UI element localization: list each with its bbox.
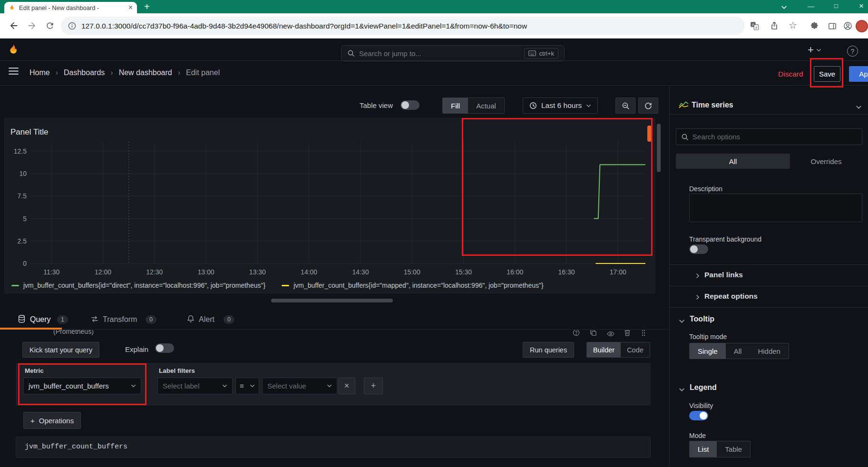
site-info-icon[interactable] <box>68 22 76 30</box>
time-range-label: Last 6 hours <box>541 101 582 110</box>
search-icon <box>347 49 355 57</box>
transparent-background-toggle[interactable] <box>689 244 708 254</box>
tab-transform[interactable]: Transform <box>103 315 137 324</box>
chart-legend: jvm_buffer_count_buffers{id="direct", in… <box>11 282 544 289</box>
legend-visibility-toggle[interactable] <box>689 411 708 420</box>
bookmark-star-icon[interactable]: ☆ <box>789 20 797 30</box>
query-row-clipped: (Prometheus) <box>0 330 669 339</box>
help-button[interactable]: ? <box>847 46 858 57</box>
apply-button[interactable]: Apply <box>849 66 868 82</box>
repeat-options-section[interactable]: Repeat options <box>704 292 758 301</box>
svg-text:15:00: 15:00 <box>404 268 420 276</box>
chevron-right-icon <box>695 272 701 281</box>
browser-avatar[interactable] <box>856 20 868 32</box>
grafana-favicon-icon <box>9 4 15 11</box>
hide-query-eye-icon[interactable] <box>607 330 614 339</box>
svg-text:14:30: 14:30 <box>352 268 369 276</box>
select-value-dropdown[interactable]: Select value <box>262 378 337 394</box>
tab-close-icon[interactable]: × <box>128 4 133 11</box>
chevron-down-icon[interactable] <box>856 104 862 112</box>
zoom-out-button[interactable] <box>615 97 635 114</box>
chevron-down-icon <box>250 383 255 389</box>
legend-series-label: jvm_buffer_count_buffers{id="direct", in… <box>23 282 265 289</box>
time-range-picker[interactable]: Last 6 hours <box>523 97 598 114</box>
options-search-input[interactable]: Search options <box>676 128 862 145</box>
tab-alert[interactable]: Alert <box>199 315 215 324</box>
new-tab-button[interactable]: + <box>144 2 150 11</box>
window-chevron-icon[interactable] <box>781 4 787 12</box>
legend-item[interactable]: jvm_buffer_count_buffers{id="direct", in… <box>11 282 265 289</box>
discard-button[interactable]: Discard <box>778 70 803 78</box>
code-option[interactable]: Code <box>621 342 650 357</box>
window-close-icon[interactable]: × <box>859 2 864 10</box>
profile-icon[interactable] <box>843 21 853 33</box>
tooltip-all-option[interactable]: All <box>726 343 750 359</box>
breadcrumb: Home › Dashboards › New dashboard › Edit… <box>29 68 220 77</box>
legend-section[interactable]: Legend <box>690 383 717 392</box>
query-help-icon[interactable] <box>573 330 580 338</box>
back-button[interactable] <box>9 20 19 33</box>
kick-start-query-button[interactable]: Kick start your query <box>22 342 99 358</box>
transform-count-badge: 0 <box>146 315 156 324</box>
translate-icon[interactable]: Aa <box>750 21 760 33</box>
operator-dropdown[interactable]: = <box>235 378 259 394</box>
browser-tab[interactable]: Edit panel - New dashboard - × <box>4 2 137 13</box>
share-icon[interactable] <box>770 20 779 32</box>
horizontal-scrollbar-thumb[interactable] <box>271 299 393 302</box>
vertical-scrollbar-thumb[interactable] <box>657 124 661 172</box>
tab-overrides[interactable]: Overrides <box>790 154 862 169</box>
legend-series-marker <box>282 285 289 286</box>
duplicate-query-icon[interactable] <box>590 330 597 338</box>
actual-option[interactable]: Actual <box>468 98 504 113</box>
forward-button[interactable] <box>27 20 37 33</box>
builder-option[interactable]: Builder <box>587 342 621 357</box>
address-bar[interactable]: 127.0.0.1:3000/d/cc7d37b0-f96a-4adb-9d48… <box>61 17 745 35</box>
tab-all[interactable]: All <box>676 154 790 169</box>
explain-toggle[interactable] <box>155 343 174 353</box>
nav-search-input[interactable]: Search or jump to... ctrl+k <box>341 45 565 61</box>
legend-list-option[interactable]: List <box>690 441 717 457</box>
breadcrumb-edit-panel: Edit panel <box>186 68 220 77</box>
svg-text:2.5: 2.5 <box>18 237 27 245</box>
svg-text:a: a <box>755 25 758 29</box>
shortcut-badge: ctrl+k <box>524 48 558 59</box>
svg-text:13:00: 13:00 <box>198 268 215 276</box>
run-queries-button[interactable]: Run queries <box>523 342 574 358</box>
url-text: 127.0.0.1:3000/d/cc7d37b0-f96a-4adb-9d48… <box>81 22 527 30</box>
side-panel-icon[interactable] <box>828 21 837 33</box>
tooltip-hidden-option[interactable]: Hidden <box>750 343 789 359</box>
panel-type-label[interactable]: Time series <box>692 101 733 109</box>
legend-item[interactable]: jvm_buffer_count_buffers{id="mapped", in… <box>282 282 543 289</box>
legend-table-option[interactable]: Table <box>717 441 750 457</box>
panel-links-section[interactable]: Panel links <box>704 271 743 279</box>
select-label-dropdown[interactable]: Select label <box>157 378 233 394</box>
transform-icon <box>90 315 99 325</box>
section-divider <box>670 286 868 286</box>
menu-toggle-icon[interactable] <box>9 67 19 77</box>
window-maximize-icon[interactable]: □ <box>834 3 838 9</box>
description-input[interactable] <box>689 194 862 222</box>
create-new-button[interactable]: + <box>808 44 821 56</box>
tooltip-single-option[interactable]: Single <box>690 343 726 359</box>
delete-query-trash-icon[interactable] <box>624 330 631 338</box>
add-operations-button[interactable]: + Operations <box>23 412 81 429</box>
breadcrumb-dashboards[interactable]: Dashboards <box>64 68 105 77</box>
legend-visibility-label: Visibility <box>689 402 713 409</box>
breadcrumb-new-dashboard[interactable]: New dashboard <box>119 68 172 77</box>
refresh-button[interactable] <box>638 97 658 114</box>
remove-filter-button[interactable]: × <box>338 378 355 394</box>
grafana-logo[interactable] <box>7 43 20 58</box>
breadcrumb-divider <box>0 85 868 86</box>
reload-button[interactable] <box>45 21 55 32</box>
annotation-rect-save <box>810 58 843 88</box>
tabs-divider <box>0 329 669 330</box>
tooltip-section[interactable]: Tooltip <box>690 315 714 323</box>
fill-option[interactable]: Fill <box>443 98 468 113</box>
window-minimize-icon[interactable]: — <box>808 3 814 10</box>
table-view-toggle[interactable] <box>400 100 419 110</box>
breadcrumb-home[interactable]: Home <box>29 68 50 77</box>
tab-query[interactable]: Query <box>30 315 51 324</box>
extensions-icon[interactable] <box>809 21 819 32</box>
add-filter-button[interactable]: + <box>364 378 383 394</box>
drag-grip-icon[interactable] <box>641 330 646 339</box>
